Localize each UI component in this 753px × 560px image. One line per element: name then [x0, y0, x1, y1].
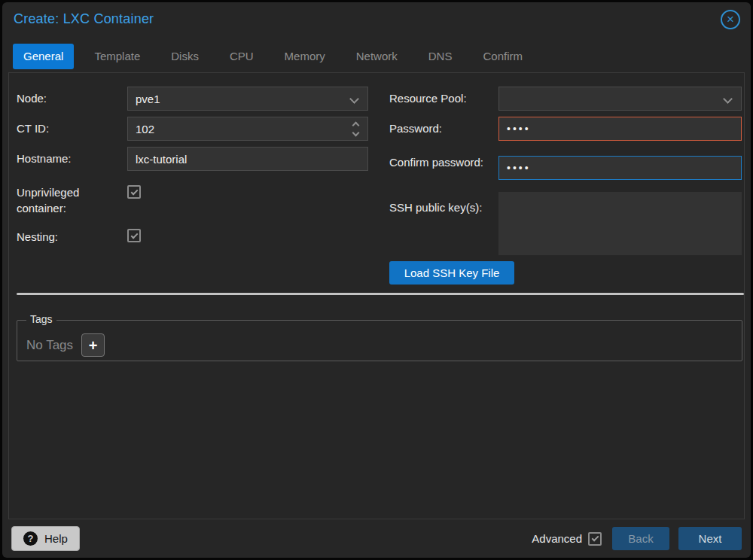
create-lxc-dialog: Create: LXC Container × General Template… — [2, 2, 751, 558]
plus-icon: + — [89, 338, 98, 353]
close-icon[interactable]: × — [721, 10, 740, 29]
resource-pool-combo[interactable] — [498, 87, 742, 111]
tags-legend: Tags — [26, 313, 56, 325]
node-combo[interactable]: pve1 — [127, 87, 368, 111]
ct-id-label: CT ID: — [17, 117, 122, 141]
password-input[interactable] — [498, 117, 742, 141]
add-tag-button[interactable]: + — [81, 333, 105, 357]
tab-general[interactable]: General — [13, 44, 74, 69]
confirm-password-label: Confirm password: — [389, 154, 491, 170]
ct-id-stepper[interactable]: 102 — [127, 117, 368, 141]
spinner-up-icon[interactable] — [352, 122, 360, 129]
tab-confirm[interactable]: Confirm — [472, 44, 533, 69]
node-label: Node: — [17, 87, 122, 111]
spinner-icons[interactable] — [353, 123, 358, 135]
chevron-down-icon[interactable] — [723, 94, 733, 104]
ct-id-value: 102 — [136, 123, 154, 135]
tab-network[interactable]: Network — [346, 44, 408, 69]
tags-row: No Tags + — [17, 321, 742, 357]
advanced-label: Advanced — [532, 532, 582, 545]
help-button-label: Help — [44, 532, 68, 545]
help-button[interactable]: ? Help — [11, 526, 80, 551]
general-form-panel: Node: pve1 CT ID: 102 Hostname: Unprivil… — [8, 72, 745, 519]
question-mark-icon: ? — [23, 531, 38, 546]
section-divider — [17, 293, 744, 295]
back-button[interactable]: Back — [612, 527, 669, 550]
check-icon — [591, 534, 599, 542]
tags-fieldset: Tags No Tags + — [17, 320, 742, 361]
nesting-label: Nesting: — [17, 229, 122, 245]
check-icon — [130, 231, 138, 239]
confirm-password-input[interactable] — [498, 156, 742, 180]
footer-actions: Advanced Back Next — [532, 527, 742, 550]
load-ssh-key-file-button[interactable]: Load SSH Key File — [389, 261, 514, 285]
node-combo-value: pve1 — [136, 93, 160, 105]
no-tags-text: No Tags — [26, 338, 73, 353]
dialog-title: Create: LXC Container — [14, 11, 154, 27]
resource-pool-label: Resource Pool: — [389, 87, 491, 111]
ssh-keys-label: SSH public key(s): — [389, 199, 487, 215]
tab-memory[interactable]: Memory — [274, 44, 336, 69]
hostname-label: Hostname: — [17, 147, 122, 171]
tab-cpu[interactable]: CPU — [219, 44, 264, 69]
password-label: Password: — [389, 117, 491, 141]
advanced-checkbox[interactable] — [588, 532, 602, 546]
tab-template[interactable]: Template — [84, 44, 151, 69]
wizard-tabbar: General Template Disks CPU Memory Networ… — [13, 44, 533, 69]
nesting-checkbox[interactable] — [127, 229, 141, 242]
check-icon — [130, 187, 138, 195]
dialog-footer: ? Help Advanced Back Next — [2, 519, 751, 558]
ssh-keys-textarea[interactable] — [498, 192, 742, 255]
next-button[interactable]: Next — [678, 527, 742, 550]
spinner-down-icon[interactable] — [352, 129, 360, 137]
tab-disks[interactable]: Disks — [160, 44, 209, 69]
unprivileged-label: Unprivileged container: — [17, 184, 122, 216]
hostname-input[interactable] — [127, 147, 368, 171]
chevron-down-icon[interactable] — [349, 94, 359, 104]
unprivileged-checkbox[interactable] — [127, 185, 141, 199]
tab-dns[interactable]: DNS — [418, 44, 463, 69]
